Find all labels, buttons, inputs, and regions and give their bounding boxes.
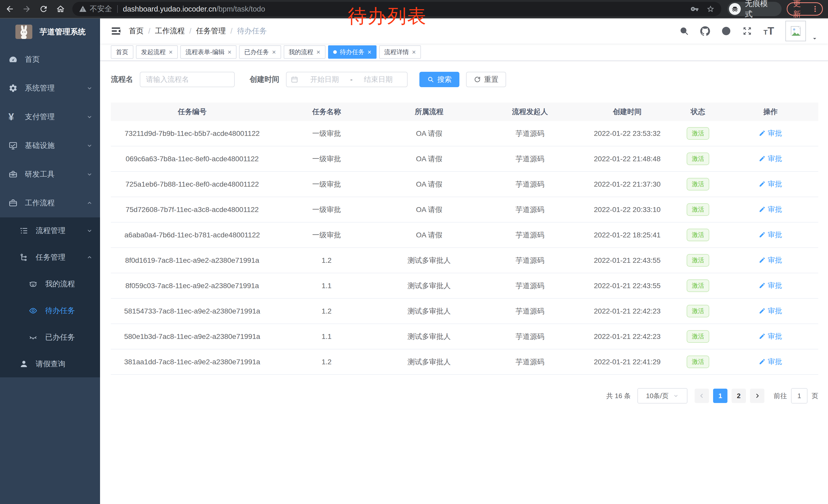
col-create-time: 创建时间 — [581, 107, 673, 117]
collapse-sidebar-icon[interactable] — [110, 26, 122, 37]
close-icon[interactable]: × — [368, 49, 371, 55]
table-row: a6aba0a4-7b6d-11ec-b781-acde48001122 一级审… — [111, 223, 818, 248]
status-badge: 激活 — [687, 229, 709, 241]
process-name-input[interactable] — [140, 72, 235, 87]
tab[interactable]: 发起流程 × — [136, 45, 178, 59]
edit-icon — [759, 307, 766, 314]
chevron-down-icon — [86, 85, 93, 92]
sidebar: 芋道管理系统 首页 系统管理 ¥ 支付管理 基础设施 研发工具 工作流程 流程管… — [0, 18, 100, 504]
briefcase-icon — [8, 198, 20, 208]
sidebar-item[interactable]: 请假查询 — [0, 351, 100, 377]
page-size-select[interactable]: 10条/页 — [637, 388, 688, 404]
sidebar-item[interactable]: 工作流程 — [0, 189, 100, 217]
tags-view: 首页 发起流程 × 流程表单-编辑 × 已办任务 × 我的流程 × 待办任务 ×… — [100, 44, 828, 61]
reset-button[interactable]: 重置 — [466, 72, 506, 87]
tab[interactable]: 流程详情 × — [379, 45, 421, 59]
chevron-down-icon — [673, 393, 679, 399]
address-divider — [117, 5, 118, 13]
tab[interactable]: 流程表单-编辑 × — [180, 45, 237, 59]
sidebar-item[interactable]: 任务管理 — [0, 244, 100, 271]
breadcrumb-separator: / — [189, 27, 191, 35]
chevron-left-icon — [699, 393, 705, 399]
status-badge: 激活 — [687, 330, 709, 342]
tasks-table: 任务编号 任务名称 所属流程 流程发起人 创建时间 状态 操作 73211d9d… — [111, 102, 818, 375]
close-icon[interactable]: × — [317, 49, 320, 55]
github-icon[interactable] — [700, 26, 710, 36]
close-icon[interactable]: × — [272, 49, 276, 55]
page-button-2[interactable]: 2 — [732, 388, 746, 403]
chevron-down-icon — [86, 142, 93, 149]
approve-button[interactable]: 审批 — [759, 179, 782, 189]
font-size-icon[interactable]: TT — [763, 25, 774, 37]
fullscreen-icon[interactable] — [742, 26, 752, 36]
next-page-button[interactable] — [750, 388, 764, 403]
edit-icon — [759, 231, 766, 238]
sidebar-menu: 首页 系统管理 ¥ 支付管理 基础设施 研发工具 工作流程 — [0, 45, 100, 217]
avatar[interactable] — [785, 21, 806, 41]
approve-button[interactable]: 审批 — [759, 357, 782, 367]
refresh-icon — [474, 76, 481, 83]
approve-button[interactable]: 审批 — [759, 154, 782, 164]
sidebar-item[interactable]: 我的流程 — [0, 271, 100, 297]
search-button[interactable]: 搜索 — [419, 72, 459, 87]
navbar: 首页/工作流程/任务管理/待办任务 ? TT — [100, 18, 828, 44]
close-icon[interactable]: × — [169, 49, 173, 55]
home-icon[interactable] — [56, 4, 65, 13]
approve-button[interactable]: 审批 — [759, 255, 782, 265]
process-name-label: 流程名 — [111, 74, 133, 85]
tab[interactable]: 待办任务 × — [328, 45, 377, 59]
chrome-update-button[interactable]: 更新 — [787, 2, 823, 16]
eye-icon — [29, 306, 40, 315]
incognito-label: 无痕模式 — [745, 0, 776, 19]
end-date-placeholder: 结束日期 — [354, 75, 403, 84]
sidebar-item[interactable]: 流程管理 — [0, 217, 100, 244]
status-badge: 激活 — [687, 178, 709, 190]
table-row: 8f0d1619-7ac8-11ec-a9e2-a2380e71991a 1.2… — [111, 248, 818, 273]
approve-button[interactable]: 审批 — [759, 306, 782, 316]
bookmark-star-icon[interactable] — [706, 5, 715, 13]
sidebar-item[interactable]: 系统管理 — [0, 74, 100, 102]
password-key-icon[interactable] — [691, 5, 699, 13]
sidebar-item[interactable]: 研发工具 — [0, 160, 100, 189]
logo-row[interactable]: 芋道管理系统 — [0, 18, 100, 45]
help-icon[interactable]: ? — [721, 26, 731, 36]
approve-button[interactable]: 审批 — [759, 281, 782, 290]
edit-icon — [759, 358, 766, 365]
gear-icon — [8, 84, 20, 93]
sidebar-item[interactable]: 待办任务 — [0, 297, 100, 324]
back-icon[interactable] — [5, 4, 14, 13]
reload-icon[interactable] — [39, 4, 48, 13]
approve-button[interactable]: 审批 — [759, 129, 782, 138]
sidebar-item[interactable]: 已办任务 — [0, 324, 100, 351]
approve-button[interactable]: 审批 — [759, 331, 782, 341]
tab[interactable]: 我的流程 × — [284, 45, 326, 59]
tab[interactable]: 已办任务 × — [239, 45, 281, 59]
sidebar-item[interactable]: 基础设施 — [0, 131, 100, 160]
table-row: 8f059c03-7ac8-11ec-a9e2-a2380e71991a 1.1… — [111, 273, 818, 299]
approve-button[interactable]: 审批 — [759, 204, 782, 214]
table-row: 58154733-7ac8-11ec-a9e2-a2380e71991a 1.2… — [111, 299, 818, 324]
status-badge: 激活 — [687, 254, 709, 266]
tab[interactable]: 首页 — [111, 45, 133, 59]
forward-icon[interactable] — [22, 4, 31, 13]
incognito-badge: 无痕模式 — [728, 2, 782, 16]
table-row: 580e1b3d-7ac8-11ec-a9e2-a2380e71991a 1.1… — [111, 324, 818, 350]
sidebar-item[interactable]: ¥ 支付管理 — [0, 102, 100, 131]
breadcrumb-item[interactable]: 任务管理 — [196, 26, 226, 36]
search-button-icon — [427, 76, 434, 83]
breadcrumb-item[interactable]: 首页 — [129, 26, 143, 36]
date-range-picker[interactable]: 开始日期 - 结束日期 — [286, 72, 408, 87]
breadcrumb-item[interactable]: 工作流程 — [155, 26, 185, 36]
address-bar[interactable]: 不安全 dashboard.yudao.iocoder.cn/bpm/task/… — [72, 2, 721, 16]
goto-page-input[interactable] — [791, 388, 808, 404]
close-icon[interactable]: × — [412, 49, 416, 55]
page-button-1[interactable]: 1 — [713, 388, 728, 403]
prev-page-button[interactable] — [695, 388, 709, 403]
approve-button[interactable]: 审批 — [759, 230, 782, 240]
search-icon[interactable] — [679, 26, 689, 36]
sidebar-item[interactable]: 首页 — [0, 45, 100, 74]
close-icon[interactable]: × — [227, 49, 232, 55]
broken-image-icon — [790, 25, 802, 37]
avatar-dropdown-caret[interactable] — [812, 36, 818, 42]
yen-icon: ¥ — [8, 112, 20, 122]
